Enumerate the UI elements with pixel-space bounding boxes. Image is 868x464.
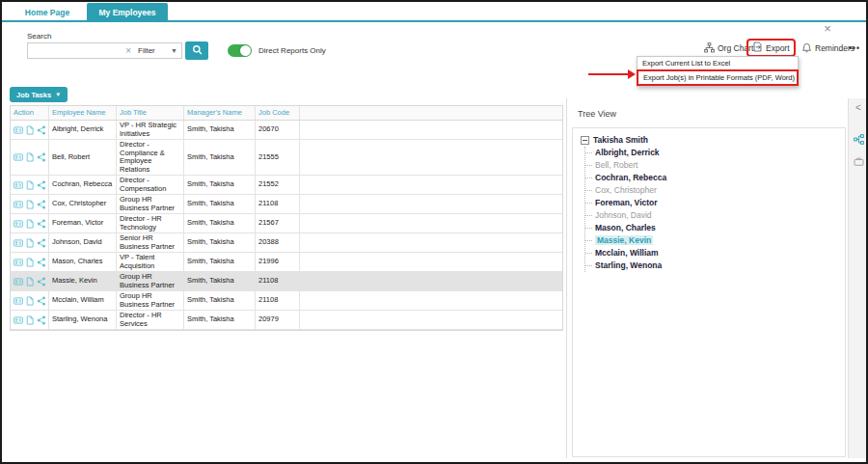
document-icon[interactable] [25, 152, 35, 162]
filler-cell [300, 176, 562, 194]
document-icon[interactable] [25, 258, 35, 267]
table-row[interactable]: Foreman, Victor Director - HR Technology… [11, 214, 562, 233]
manager-name-cell: Smith, Takisha [184, 253, 256, 271]
tree-root-node[interactable]: Takisha Smith [581, 134, 837, 147]
table-row[interactable]: Cox, Christopher Group HR Business Partn… [11, 195, 562, 214]
table-row[interactable]: Massie, Kevin Group HR Business Partner … [11, 272, 562, 291]
search-button[interactable] [185, 41, 208, 60]
tab-my-employees[interactable]: My Employees [87, 3, 168, 22]
more-options-button[interactable]: ••• [849, 41, 860, 55]
hierarchy-icon [854, 131, 864, 149]
tree-item-label: Albright, Derrick [595, 148, 660, 157]
table-row[interactable]: Bell, Robert Director - Compliance & Emp… [11, 140, 562, 176]
share-icon[interactable] [37, 152, 46, 162]
search-label: Search [27, 32, 51, 41]
filler-cell [300, 214, 562, 232]
share-icon[interactable] [37, 125, 46, 135]
employee-card-icon[interactable] [14, 315, 23, 325]
share-icon[interactable] [37, 315, 46, 325]
column-header-job-code[interactable]: Job Code [256, 106, 300, 120]
tree-item-label: Cochran, Rebecca [595, 173, 666, 182]
filter-label: Filter [138, 46, 155, 55]
export-label: Export [766, 43, 790, 53]
share-icon[interactable] [37, 296, 46, 306]
employee-card-icon[interactable] [14, 238, 23, 248]
tree-item[interactable]: Albright, Derrick [585, 147, 837, 159]
direct-reports-toggle[interactable] [228, 44, 252, 57]
share-icon[interactable] [37, 277, 46, 287]
table-row[interactable]: Mason, Charles VP - Talent Acquisition S… [11, 253, 562, 272]
document-icon[interactable] [25, 219, 35, 229]
document-icon[interactable] [25, 238, 35, 248]
table-row[interactable]: Albright, Derrick VP - HR Strategic Init… [11, 121, 562, 140]
share-icon[interactable] [37, 180, 46, 190]
share-icon[interactable] [37, 219, 46, 229]
manager-name-cell: Smith, Takisha [184, 214, 256, 232]
tree-item[interactable]: Cochran, Rebecca [585, 172, 837, 184]
employee-card-icon[interactable] [14, 296, 23, 306]
employee-name-cell: Cox, Christopher [49, 195, 117, 213]
close-icon[interactable]: × [821, 21, 834, 36]
employee-card-icon[interactable] [14, 277, 23, 287]
briefcase-icon-button[interactable] [849, 152, 868, 172]
employee-card-icon[interactable] [14, 180, 23, 190]
employee-card-icon[interactable] [14, 152, 23, 162]
share-icon[interactable] [37, 200, 46, 209]
tree-item[interactable]: Foreman, Victor [585, 197, 837, 209]
column-header-manager-name[interactable]: Manager's Name [184, 106, 256, 120]
tree-item[interactable]: Johnson, David [585, 209, 837, 222]
table-row[interactable]: Cochran, Rebecca Director - Compensation… [11, 176, 562, 195]
tree-item[interactable]: Starling, Wenona [585, 259, 837, 272]
search-input[interactable] [28, 44, 115, 57]
reminders-button[interactable]: Reminders [801, 41, 854, 55]
menu-item-export-printable[interactable]: Export Job(s) in Printable Formats (PDF,… [637, 69, 799, 86]
app-window: Home Page My Employees × Search × Filter… [0, 0, 868, 464]
job-title-cell: Group HR Business Partner [117, 195, 184, 213]
employee-name-cell: Albright, Derrick [49, 121, 117, 139]
row-action-cell [11, 195, 49, 213]
filler-cell [300, 311, 562, 329]
employee-name-cell: Foreman, Victor [49, 214, 117, 232]
tree-item[interactable]: Massie, Kevin [585, 234, 837, 247]
tree-item[interactable]: Mason, Charles [585, 222, 837, 234]
document-icon[interactable] [25, 180, 35, 190]
document-icon[interactable] [25, 125, 35, 135]
table-row[interactable]: Mcclain, William Group HR Business Partn… [11, 291, 562, 311]
document-icon[interactable] [25, 200, 35, 209]
table-row[interactable]: Johnson, David Senior HR Business Partne… [11, 233, 562, 253]
collapse-panel-icon[interactable]: < [849, 102, 868, 113]
employee-card-icon[interactable] [14, 125, 23, 135]
tree-view-rail-button[interactable] [849, 130, 868, 150]
filler-cell [300, 140, 562, 175]
filler-cell [300, 291, 562, 310]
document-icon[interactable] [25, 277, 35, 287]
document-icon[interactable] [25, 296, 35, 306]
export-button[interactable]: Export [746, 39, 796, 57]
tree-item[interactable]: Bell, Robert [585, 159, 837, 172]
tree-item[interactable]: Cox, Christopher [585, 184, 837, 197]
job-tasks-button[interactable]: Job Tasks ▼ [10, 87, 68, 102]
tab-home-page[interactable]: Home Page [8, 3, 87, 22]
column-header-action[interactable]: Action [11, 106, 49, 120]
job-title-cell: Director - HR Technology [117, 214, 184, 232]
tree-item[interactable]: Mcclain, William [585, 247, 837, 259]
employee-card-icon[interactable] [14, 258, 23, 267]
filter-dropdown[interactable]: Filter ▼ [134, 42, 182, 59]
direct-reports-label: Direct Reports Only [258, 46, 326, 55]
manager-name-cell: Smith, Takisha [184, 121, 256, 139]
filler-cell [300, 195, 562, 213]
share-icon[interactable] [37, 238, 46, 248]
document-icon[interactable] [25, 315, 35, 325]
share-icon[interactable] [37, 258, 46, 267]
employee-card-icon[interactable] [14, 219, 23, 229]
tree-item-label: Mcclain, William [595, 248, 659, 258]
employee-card-icon[interactable] [14, 200, 23, 209]
clear-search-icon[interactable]: × [125, 46, 131, 56]
table-row[interactable]: Starling, Wenona Director - HR Services … [11, 311, 562, 330]
menu-item-export-excel[interactable]: Export Current List to Excel [637, 57, 798, 69]
column-header-employee-name[interactable]: Employee Name [49, 106, 117, 120]
column-header-job-title[interactable]: Job Title [117, 106, 184, 120]
collapse-icon[interactable] [581, 136, 589, 145]
manager-name-cell: Smith, Takisha [184, 272, 256, 290]
bell-icon [801, 42, 812, 55]
